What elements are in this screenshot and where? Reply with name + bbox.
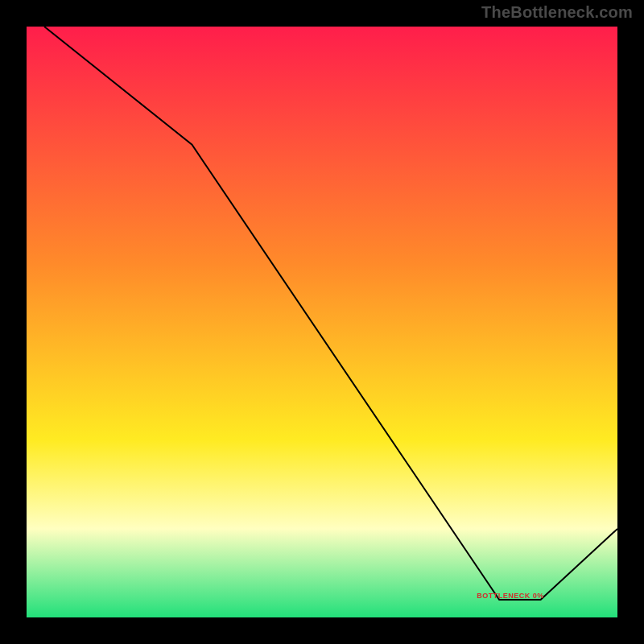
bottleneck-annotation: BOTTLENECK 0% [477,592,544,600]
plot-area: BOTTLENECK 0% [24,24,620,620]
data-line [27,27,617,617]
watermark-text: TheBottleneck.com [481,3,633,22]
chart-frame: TheBottleneck.com BOTTLENECK 0% [0,0,644,644]
